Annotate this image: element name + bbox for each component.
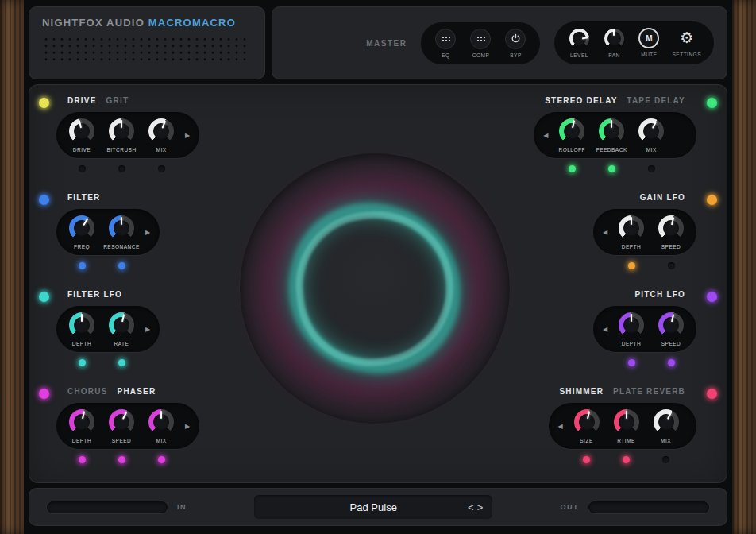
mute-button[interactable]: M MUTE: [637, 28, 661, 57]
brand: NIGHTFOX AUDIO MACROMACRO: [42, 17, 252, 29]
level-knob-face[interactable]: [569, 28, 590, 49]
chevron-left-icon[interactable]: ◀: [601, 326, 609, 333]
output-gain-fader[interactable]: [588, 501, 709, 513]
knob-face[interactable]: [68, 312, 95, 339]
depth-knob[interactable]: DEPTH: [614, 215, 649, 250]
drive-enable-led[interactable]: [39, 98, 49, 108]
bitcrush-knob[interactable]: BITCRUSH: [104, 118, 139, 153]
preset-prev-icon[interactable]: <: [468, 502, 474, 513]
delay-enable-led[interactable]: [707, 98, 717, 108]
knob-face[interactable]: [558, 118, 585, 145]
knob-face[interactable]: [653, 408, 680, 435]
feedback-knob[interactable]: FEEDBACK: [594, 118, 629, 153]
pan-knob-face[interactable]: [604, 28, 625, 49]
speed-knob[interactable]: SPEED: [654, 312, 688, 346]
knob-face[interactable]: [108, 118, 135, 145]
rtime-knob[interactable]: RTIME: [609, 408, 644, 443]
title-drive[interactable]: DRIVE: [68, 96, 97, 105]
slot-led: [628, 359, 635, 366]
wood-rail-left: [0, 0, 24, 534]
chevron-right-icon[interactable]: ▶: [183, 132, 191, 139]
mix-knob[interactable]: MIX: [144, 118, 179, 153]
slot-led: [668, 262, 675, 269]
depth-knob[interactable]: DEPTH: [64, 408, 99, 443]
pitch-lfo-enable-led[interactable]: [707, 292, 717, 302]
knob-face[interactable]: [658, 215, 685, 242]
knob-face[interactable]: [148, 118, 175, 145]
drive-knob[interactable]: DRIVE: [64, 118, 99, 153]
slot-led-row: [56, 165, 199, 172]
chevron-left-icon[interactable]: ◀: [601, 229, 609, 236]
knob-face[interactable]: [108, 408, 135, 435]
title-grit[interactable]: GRIT: [106, 96, 129, 105]
chevron-left-icon[interactable]: ◀: [542, 132, 550, 139]
knob-face[interactable]: [613, 408, 640, 435]
preset-next-icon[interactable]: >: [477, 502, 484, 513]
knob-face[interactable]: [573, 408, 600, 435]
slot-led-row: [534, 165, 696, 172]
rate-knob[interactable]: RATE: [104, 312, 139, 346]
gain-lfo-enable-led[interactable]: [707, 195, 717, 205]
knob-face[interactable]: [68, 408, 95, 435]
slot-led: [118, 262, 125, 269]
footer-bar: IN Pad Pulse < > OUT: [29, 488, 727, 526]
settings-button[interactable]: ⚙ SETTINGS: [672, 28, 701, 57]
speed-knob[interactable]: SPEED: [104, 408, 139, 443]
module-pill: FREQ RESONANCE ▶: [56, 209, 160, 255]
depth-knob[interactable]: DEPTH: [64, 312, 99, 346]
mix-knob[interactable]: MIX: [634, 118, 669, 153]
chorus-enable-led[interactable]: [39, 389, 49, 399]
knob-label: RESONANCE: [103, 244, 140, 250]
filter-lfo-enable-led[interactable]: [39, 292, 49, 302]
module-pill: DEPTH RATE ▶: [56, 306, 160, 352]
knob-label: SIZE: [580, 438, 592, 443]
chevron-right-icon[interactable]: ▶: [183, 423, 191, 430]
title-filter-lfo: FILTER LFO: [68, 290, 122, 299]
knob-face[interactable]: [108, 312, 135, 339]
shimmer-enable-led[interactable]: [707, 389, 717, 399]
chevron-right-icon[interactable]: ▶: [144, 326, 152, 333]
speed-knob[interactable]: SPEED: [654, 215, 688, 250]
knob-face[interactable]: [658, 312, 685, 339]
depth-knob[interactable]: DEPTH: [614, 312, 649, 346]
bypass-button[interactable]: BYP: [503, 29, 527, 58]
mix-knob[interactable]: MIX: [649, 408, 684, 443]
title-chorus[interactable]: CHORUS: [68, 387, 108, 396]
level-knob[interactable]: LEVEL: [567, 28, 591, 58]
slot-led-row: [593, 359, 696, 366]
preset-selector[interactable]: Pad Pulse < >: [254, 495, 492, 519]
preset-name[interactable]: Pad Pulse: [254, 501, 492, 513]
slot-led: [118, 165, 125, 172]
title-shimmer[interactable]: SHIMMER: [560, 387, 604, 396]
knob-label: RATE: [114, 341, 129, 346]
main-panel: DRIVE GRIT DRIVE BITCRUSH MIX ▶: [29, 84, 727, 483]
knob-pointer: [655, 309, 688, 342]
chevron-right-icon[interactable]: ▶: [144, 229, 152, 236]
knob-label: FEEDBACK: [596, 147, 627, 153]
eq-button[interactable]: EQ: [434, 29, 457, 58]
knob-face[interactable]: [68, 215, 95, 242]
title-tape-delay[interactable]: TAPE DELAY: [627, 96, 685, 105]
knob-face[interactable]: [68, 118, 95, 145]
module-filter-lfo: FILTER LFO DEPTH RATE ▶: [56, 290, 160, 366]
pan-knob[interactable]: PAN: [602, 28, 626, 58]
mix-knob[interactable]: MIX: [144, 408, 179, 443]
filter-enable-led[interactable]: [39, 195, 49, 205]
knob-face[interactable]: [148, 408, 175, 435]
freq-knob[interactable]: FREQ: [64, 215, 99, 250]
knob-face[interactable]: [108, 215, 135, 242]
title-phaser[interactable]: PHASER: [118, 387, 156, 396]
knob-face[interactable]: [618, 215, 645, 242]
rolloff-knob[interactable]: ROLLOFF: [554, 118, 589, 153]
title-stereo-delay[interactable]: STEREO DELAY: [545, 96, 617, 105]
size-knob[interactable]: SIZE: [569, 408, 604, 443]
module-title: SHIMMER PLATE REVERB: [549, 387, 697, 400]
chevron-left-icon[interactable]: ◀: [557, 423, 565, 430]
input-gain-fader[interactable]: [47, 501, 168, 513]
knob-face[interactable]: [598, 118, 625, 145]
knob-face[interactable]: [618, 312, 645, 339]
comp-button[interactable]: COMP: [469, 29, 492, 58]
knob-face[interactable]: [638, 118, 665, 145]
resonance-knob[interactable]: RESONANCE: [104, 215, 139, 250]
title-plate-reverb[interactable]: PLATE REVERB: [613, 387, 685, 396]
